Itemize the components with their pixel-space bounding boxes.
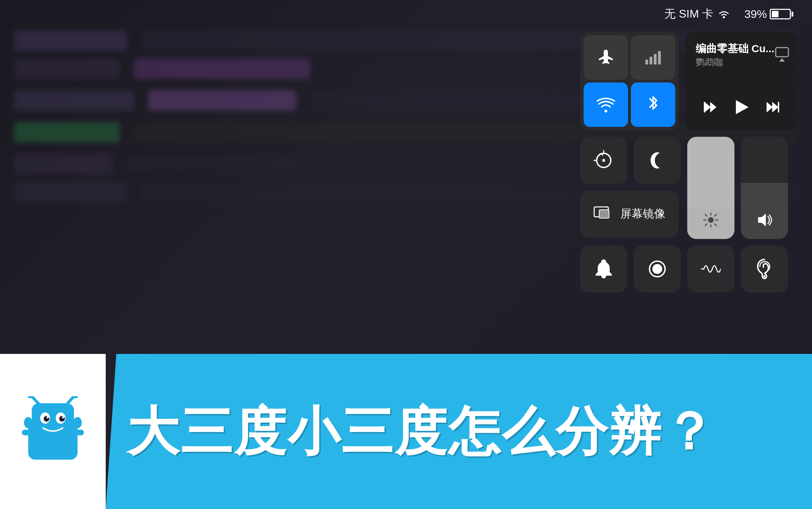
volume-fill: [741, 183, 788, 239]
battery-fill: [772, 11, 779, 17]
np-controls: [696, 97, 787, 121]
previous-button[interactable]: [702, 98, 719, 119]
cellular-button[interactable]: [631, 35, 675, 80]
control-center: 编曲零基础 Cu... 鹦鹉咖: [580, 32, 798, 293]
bili-banner: 大三度小三度怎么分辨？: [0, 354, 812, 509]
svg-marker-12: [772, 102, 779, 112]
status-bar: 无 SIM 卡 39%: [0, 0, 812, 28]
sim-text: 无 SIM 卡: [664, 6, 713, 22]
svg-rect-2: [650, 57, 652, 65]
svg-rect-17: [599, 210, 609, 218]
svg-line-26: [705, 224, 707, 226]
svg-rect-4: [658, 51, 661, 65]
svg-marker-7: [705, 102, 711, 112]
svg-point-0: [723, 16, 725, 18]
svg-line-25: [715, 214, 716, 216]
cc-left-col: 屏幕镜像: [580, 137, 681, 239]
volume-slider[interactable]: [741, 137, 788, 239]
battery-text: 39%: [744, 8, 767, 21]
svg-point-5: [604, 110, 607, 112]
brightness-slider[interactable]: [687, 137, 734, 239]
svg-point-18: [708, 217, 714, 223]
lock-rotation-button[interactable]: [580, 137, 627, 184]
svg-rect-47: [73, 430, 84, 435]
np-header: 编曲零基础 Cu... 鹦鹉咖: [696, 42, 787, 68]
svg-rect-9: [704, 102, 705, 112]
svg-point-42: [47, 416, 49, 418]
svg-rect-1: [645, 60, 648, 65]
battery-icon: [770, 9, 791, 19]
sliders: [687, 137, 788, 239]
sound-recognition-button[interactable]: [687, 245, 734, 293]
svg-point-45: [73, 417, 82, 428]
cc-small-row: [580, 137, 681, 184]
bili-title: 大三度小三度怎么分辨？: [127, 405, 716, 458]
svg-rect-46: [22, 430, 32, 435]
cc-row-1: 编曲零基础 Cu... 鹦鹉咖: [580, 32, 798, 130]
do-not-disturb-button[interactable]: [634, 137, 681, 184]
volume-icon: [757, 212, 772, 228]
svg-rect-13: [778, 102, 779, 112]
screen-record-button[interactable]: [634, 245, 681, 293]
svg-line-24: [715, 224, 716, 226]
battery-status: 39%: [744, 8, 791, 21]
next-button[interactable]: [764, 98, 781, 119]
screen-mirror-button[interactable]: 屏幕镜像: [580, 190, 679, 238]
bili-logo: [18, 396, 88, 467]
play-button[interactable]: [732, 97, 751, 121]
bluetooth-button[interactable]: [631, 82, 675, 127]
svg-marker-8: [710, 102, 716, 112]
bili-text-area: 大三度小三度怎么分辨？: [106, 354, 812, 509]
bili-logo-area: [0, 354, 106, 509]
svg-point-43: [62, 416, 64, 418]
np-title: 编曲零基础 Cu...: [696, 42, 774, 56]
svg-point-31: [763, 275, 765, 277]
np-title-artist: 编曲零基础 Cu... 鹦鹉咖: [696, 42, 774, 68]
svg-line-23: [705, 214, 707, 216]
svg-line-34: [32, 396, 39, 404]
svg-point-41: [59, 416, 65, 422]
svg-marker-11: [767, 102, 773, 112]
bell-button[interactable]: [580, 245, 627, 293]
svg-line-36: [67, 396, 74, 404]
brightness-icon: [703, 212, 719, 228]
airplane-mode-button[interactable]: [584, 35, 628, 80]
connectivity-block: [580, 32, 679, 130]
now-playing-block: 编曲零基础 Cu... 鹦鹉咖: [685, 32, 798, 130]
wifi-icon: [718, 9, 730, 19]
airplay-icon[interactable]: [774, 46, 790, 64]
svg-marker-10: [736, 100, 749, 114]
np-artist: 鹦鹉咖: [696, 56, 774, 68]
svg-point-44: [24, 417, 32, 428]
cc-row-2: 屏幕镜像: [580, 137, 798, 239]
hearing-button[interactable]: [741, 245, 788, 293]
wifi-button[interactable]: [584, 82, 628, 127]
svg-rect-3: [654, 54, 657, 65]
cc-row-3: [580, 245, 798, 293]
svg-point-29: [652, 264, 662, 274]
screen-mirror-label: 屏幕镜像: [620, 206, 665, 222]
svg-marker-27: [758, 214, 766, 226]
svg-rect-33: [32, 403, 74, 435]
svg-rect-6: [776, 48, 788, 57]
svg-point-40: [44, 416, 49, 422]
sim-status: 无 SIM 卡: [664, 6, 730, 22]
